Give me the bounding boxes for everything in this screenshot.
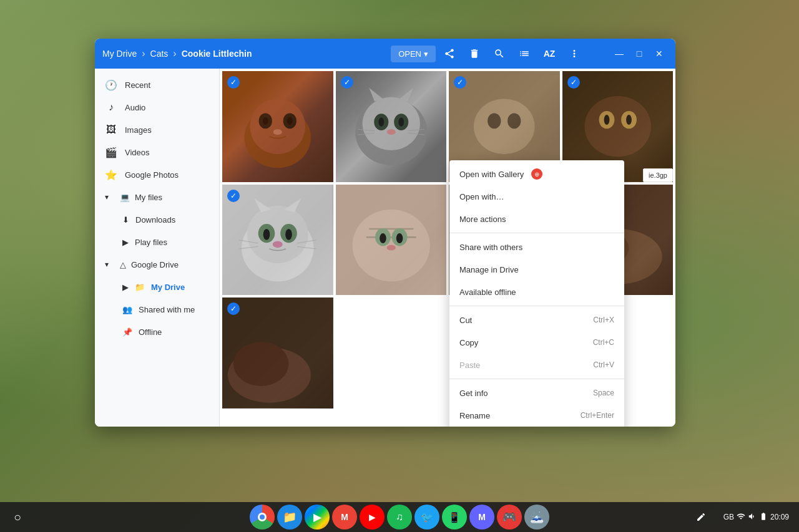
search-toolbar-button[interactable]	[488, 42, 511, 65]
context-share[interactable]: Share with others	[449, 236, 624, 258]
photo-check-1: ✓	[227, 76, 240, 89]
share-toolbar-button[interactable]	[438, 42, 461, 65]
sidebar-item-videos[interactable]: 🎬 Videos	[95, 141, 219, 163]
svg-point-6	[273, 129, 282, 135]
taskbar-spotify[interactable]: ♫	[387, 505, 412, 530]
context-open-gallery-text: Open with Gallery	[459, 170, 524, 179]
open-dropdown-icon: ▾	[424, 49, 428, 59]
shared-icon: 👥	[122, 305, 132, 314]
launcher-button[interactable]: ○	[5, 505, 30, 530]
context-divider-3	[449, 379, 624, 379]
svg-point-70	[233, 342, 289, 386]
google-photos-icon: ⭐	[105, 169, 117, 181]
context-get-info[interactable]: Get info Space	[449, 382, 624, 404]
photo-item-2[interactable]: ✓	[336, 71, 447, 182]
svg-point-15	[386, 129, 395, 135]
sidebar-item-audio-label: Audio	[125, 103, 145, 112]
context-copy[interactable]: Copy Ctrl+C	[449, 331, 624, 354]
file-manager-window: My Drive › Cats › Cookie Littlechin OPEN…	[95, 39, 675, 427]
sidebar-item-images[interactable]: 🖼 Images	[95, 118, 219, 141]
breadcrumb-level1[interactable]: Cats	[150, 49, 169, 59]
delete-toolbar-button[interactable]	[463, 42, 486, 65]
svg-point-4	[263, 117, 268, 125]
google-drive-expand-icon: ▾	[105, 260, 115, 269]
sidebar-item-recent-label: Recent	[125, 80, 150, 90]
more-toolbar-button[interactable]	[563, 42, 586, 65]
taskbar-app10[interactable]: 🗻	[524, 505, 549, 530]
breadcrumb-sep-1: ›	[142, 48, 145, 59]
taskbar-files[interactable]: 📁	[277, 505, 302, 530]
sort-button[interactable]: AZ	[538, 42, 561, 65]
taskbar-right: GB 20:09	[689, 505, 794, 530]
context-more-actions[interactable]: More actions	[449, 208, 624, 230]
context-divider-1	[449, 233, 624, 233]
context-copy-shortcut: Ctrl+C	[593, 338, 614, 347]
context-paste[interactable]: Paste Ctrl+V	[449, 354, 624, 376]
close-button[interactable]: ✕	[650, 45, 668, 62]
recent-icon: 🕐	[105, 79, 117, 91]
sidebar-item-play-files[interactable]: ▶ Play files	[95, 231, 219, 253]
system-tray[interactable]: GB 20:09	[718, 510, 794, 525]
open-label: OPEN	[398, 49, 421, 59]
svg-point-32	[247, 205, 308, 263]
sidebar-item-play-files-label: Play files	[135, 238, 167, 247]
taskbar-mastodon[interactable]: M	[469, 505, 494, 530]
svg-point-28	[604, 115, 609, 125]
sidebar-item-shared-with-me[interactable]: 👥 Shared with me	[95, 298, 219, 321]
sidebar-item-recent[interactable]: 🕐 Recent	[95, 74, 219, 96]
taskbar-gmail[interactable]: M	[332, 505, 357, 530]
sidebar-item-my-drive[interactable]: ▶ 📁 My Drive	[95, 276, 219, 298]
sidebar-my-files-expandable[interactable]: ▾ 💻 My files	[95, 186, 219, 208]
svg-marker-9	[369, 88, 383, 102]
my-files-icon: 💻	[120, 193, 130, 202]
context-available-offline[interactable]: Available offline	[449, 281, 624, 303]
photo-item-6[interactable]	[336, 185, 447, 296]
photo-item-5[interactable]: ✓	[222, 185, 333, 296]
svg-point-25	[584, 96, 651, 157]
minimize-button[interactable]: —	[610, 45, 628, 62]
sidebar-item-offline[interactable]: 📌 Offline	[95, 321, 219, 343]
taskbar-youtube[interactable]: ▶	[360, 505, 385, 530]
sidebar-item-downloads[interactable]: ⬇ Downloads	[95, 208, 219, 231]
taskbar-whatsapp[interactable]: 📱	[442, 505, 467, 530]
open-button[interactable]: OPEN ▾	[391, 46, 436, 62]
context-cut[interactable]: Cut Ctrl+X	[449, 309, 624, 331]
context-paste-shortcut: Ctrl+V	[593, 360, 614, 369]
svg-point-52	[386, 244, 395, 250]
sidebar-item-audio[interactable]: ♪ Audio	[95, 96, 219, 118]
breadcrumb-root[interactable]: My Drive	[102, 49, 137, 59]
list-view-button[interactable]	[513, 42, 536, 65]
sidebar-google-drive-expandable[interactable]: ▾ △ Google Drive	[95, 253, 219, 276]
context-cut-shortcut: Ctrl+X	[593, 316, 614, 324]
context-open-gallery[interactable]: Open with Gallery ⊕	[449, 163, 624, 185]
taskbar-app9[interactable]: 🎮	[497, 505, 522, 530]
taskbar-play[interactable]: ▶	[305, 505, 330, 530]
svg-point-39	[273, 241, 283, 248]
launcher-icon: ○	[14, 510, 21, 525]
photo-item-9[interactable]: ✓	[222, 297, 333, 409]
images-icon: 🖼	[105, 124, 117, 135]
svg-point-1	[250, 99, 305, 154]
svg-point-13	[378, 118, 384, 127]
context-divider-2	[449, 306, 624, 306]
sidebar-item-google-photos-label: Google Photos	[125, 170, 179, 180]
sidebar-item-google-photos[interactable]: ⭐ Google Photos	[95, 163, 219, 186]
gallery-badge-icon: ⊕	[531, 168, 542, 180]
context-menu: Open with Gallery ⊕ Open with… More acti…	[449, 160, 624, 427]
context-open-with[interactable]: Open with…	[449, 185, 624, 208]
sidebar-my-files-label: My files	[135, 193, 162, 202]
context-rename[interactable]: Rename Ctrl+Enter	[449, 404, 624, 427]
stylus-icon[interactable]	[689, 505, 713, 530]
downloads-icon: ⬇	[122, 215, 129, 225]
window-titlebar: My Drive › Cats › Cookie Littlechin OPEN…	[95, 39, 675, 69]
sidebar-item-shared-label: Shared with me	[139, 305, 195, 314]
taskbar-chrome[interactable]	[250, 505, 275, 530]
context-manage-drive[interactable]: Manage in Drive	[449, 258, 624, 281]
maximize-button[interactable]: □	[630, 45, 648, 62]
photo-item-1[interactable]: ✓	[222, 71, 333, 182]
audio-icon: ♪	[105, 102, 117, 113]
network-icon	[737, 512, 745, 523]
breadcrumb: My Drive › Cats › Cookie Littlechin	[102, 48, 391, 59]
volume-icon	[748, 512, 757, 523]
taskbar-twitter[interactable]: 🐦	[414, 505, 439, 530]
